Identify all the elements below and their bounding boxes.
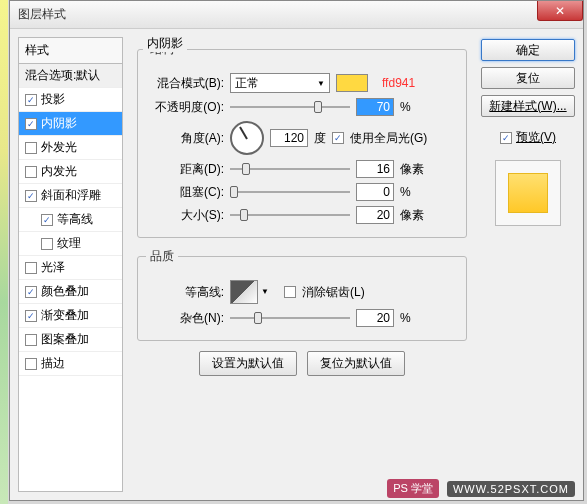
global-light-label: 使用全局光(G) bbox=[350, 130, 427, 147]
angle-label: 角度(A): bbox=[146, 130, 224, 147]
noise-slider[interactable] bbox=[230, 309, 350, 327]
checkbox[interactable] bbox=[25, 262, 37, 274]
chevron-down-icon: ▼ bbox=[261, 287, 269, 296]
opacity-label: 不透明度(O): bbox=[146, 99, 224, 116]
noise-label: 杂色(N): bbox=[146, 310, 224, 327]
footer-mark-2: WWW.52PSXT.COM bbox=[447, 481, 575, 497]
color-swatch[interactable] bbox=[336, 74, 368, 92]
layer-style-dialog: 图层样式 ✕ 样式 混合选项:默认 投影 内阴影 外发光 内发光 斜面和浮雕 等… bbox=[9, 0, 584, 501]
style-stroke[interactable]: 描边 bbox=[19, 352, 122, 376]
structure-group: 结构 混合模式(B): 正常 ▼ ffd941 不透明度(O): 70 % bbox=[137, 41, 467, 238]
quality-group: 品质 等高线: ▼ 消除锯齿(L) 杂色(N): 20 % bbox=[137, 248, 467, 341]
cancel-button[interactable]: 复位 bbox=[481, 67, 575, 89]
panel-title: 内阴影 bbox=[143, 35, 187, 52]
distance-unit: 像素 bbox=[400, 161, 430, 178]
reset-default-button[interactable]: 复位为默认值 bbox=[307, 351, 405, 376]
styles-panel: 样式 混合选项:默认 投影 内阴影 外发光 内发光 斜面和浮雕 等高线 纹理 光… bbox=[18, 37, 123, 492]
checkbox[interactable] bbox=[25, 166, 37, 178]
checkbox[interactable] bbox=[41, 238, 53, 250]
antialias-checkbox[interactable] bbox=[284, 286, 296, 298]
footer-mark-1: PS 学堂 bbox=[387, 479, 439, 498]
close-icon: ✕ bbox=[555, 4, 565, 18]
global-light-checkbox[interactable] bbox=[332, 132, 344, 144]
style-inner-glow[interactable]: 内发光 bbox=[19, 160, 122, 184]
angle-input[interactable]: 120 bbox=[270, 129, 308, 147]
noise-unit: % bbox=[400, 311, 430, 325]
noise-input[interactable]: 20 bbox=[356, 309, 394, 327]
style-bevel-emboss[interactable]: 斜面和浮雕 bbox=[19, 184, 122, 208]
color-hex-note: ffd941 bbox=[382, 76, 415, 90]
opacity-slider[interactable] bbox=[230, 98, 350, 116]
style-satin[interactable]: 光泽 bbox=[19, 256, 122, 280]
preview-checkbox[interactable] bbox=[500, 132, 512, 144]
preview-swatch bbox=[508, 173, 548, 213]
checkbox[interactable] bbox=[25, 358, 37, 370]
choke-unit: % bbox=[400, 185, 430, 199]
distance-input[interactable]: 16 bbox=[356, 160, 394, 178]
style-texture[interactable]: 纹理 bbox=[19, 232, 122, 256]
chevron-down-icon: ▼ bbox=[317, 79, 325, 88]
opacity-input[interactable]: 70 bbox=[356, 98, 394, 116]
contour-picker[interactable]: ▼ bbox=[230, 280, 258, 304]
blend-mode-dropdown[interactable]: 正常 ▼ bbox=[230, 73, 330, 93]
size-unit: 像素 bbox=[400, 207, 430, 224]
new-style-button[interactable]: 新建样式(W)... bbox=[481, 95, 575, 117]
size-input[interactable]: 20 bbox=[356, 206, 394, 224]
style-color-overlay[interactable]: 颜色叠加 bbox=[19, 280, 122, 304]
set-default-button[interactable]: 设置为默认值 bbox=[199, 351, 297, 376]
style-drop-shadow[interactable]: 投影 bbox=[19, 88, 122, 112]
choke-label: 阻塞(C): bbox=[146, 184, 224, 201]
angle-unit: 度 bbox=[314, 130, 326, 147]
size-slider[interactable] bbox=[230, 206, 350, 224]
options-panel: 内阴影 结构 混合模式(B): 正常 ▼ ffd941 不透明度(O): 70 bbox=[131, 37, 473, 492]
style-pattern-overlay[interactable]: 图案叠加 bbox=[19, 328, 122, 352]
style-contour[interactable]: 等高线 bbox=[19, 208, 122, 232]
size-label: 大小(S): bbox=[146, 207, 224, 224]
angle-dial[interactable] bbox=[230, 121, 264, 155]
choke-input[interactable]: 0 bbox=[356, 183, 394, 201]
distance-label: 距离(D): bbox=[146, 161, 224, 178]
contour-label: 等高线: bbox=[146, 284, 224, 301]
opacity-unit: % bbox=[400, 100, 430, 114]
close-button[interactable]: ✕ bbox=[537, 1, 583, 21]
distance-slider[interactable] bbox=[230, 160, 350, 178]
checkbox[interactable] bbox=[25, 334, 37, 346]
choke-slider[interactable] bbox=[230, 183, 350, 201]
style-inner-shadow[interactable]: 内阴影 bbox=[19, 112, 122, 136]
styles-header: 样式 bbox=[19, 38, 122, 64]
checkbox[interactable] bbox=[25, 310, 37, 322]
styles-list: 混合选项:默认 投影 内阴影 外发光 内发光 斜面和浮雕 等高线 纹理 光泽 颜… bbox=[19, 64, 122, 376]
preview-box bbox=[495, 160, 561, 226]
checkbox[interactable] bbox=[41, 214, 53, 226]
checkbox[interactable] bbox=[25, 286, 37, 298]
checkbox[interactable] bbox=[25, 190, 37, 202]
style-gradient-overlay[interactable]: 渐变叠加 bbox=[19, 304, 122, 328]
checkbox[interactable] bbox=[25, 94, 37, 106]
window-title: 图层样式 bbox=[18, 6, 66, 23]
ok-button[interactable]: 确定 bbox=[481, 39, 575, 61]
antialias-label: 消除锯齿(L) bbox=[302, 284, 365, 301]
blend-options-default[interactable]: 混合选项:默认 bbox=[19, 64, 122, 88]
footer-watermarks: PS 学堂 WWW.52PSXT.COM bbox=[387, 479, 575, 498]
style-outer-glow[interactable]: 外发光 bbox=[19, 136, 122, 160]
action-panel: 确定 复位 新建样式(W)... 预览(V) bbox=[481, 37, 575, 492]
titlebar: 图层样式 ✕ bbox=[10, 1, 583, 29]
preview-label: 预览(V) bbox=[516, 129, 556, 146]
checkbox[interactable] bbox=[25, 142, 37, 154]
quality-legend: 品质 bbox=[146, 248, 178, 265]
checkbox[interactable] bbox=[25, 118, 37, 130]
blend-mode-label: 混合模式(B): bbox=[146, 75, 224, 92]
